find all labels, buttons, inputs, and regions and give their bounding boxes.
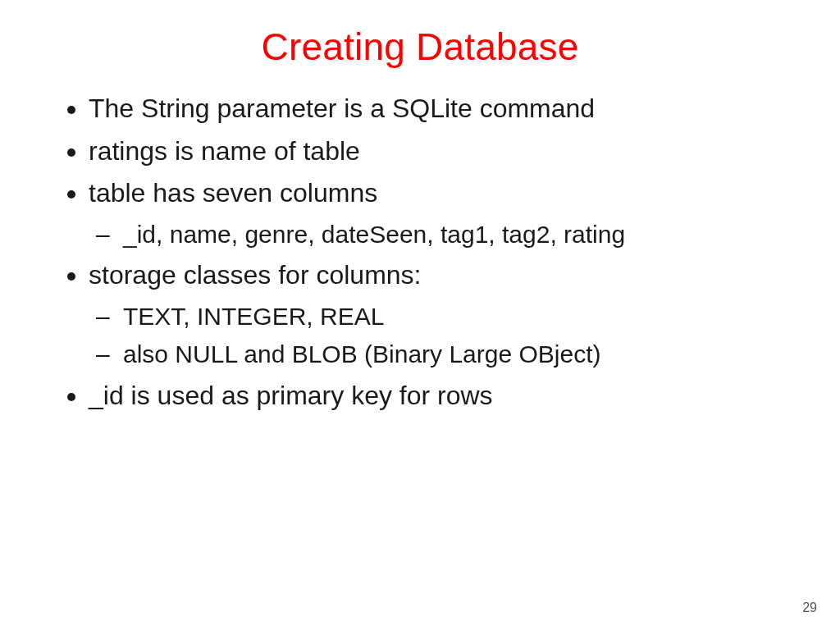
sub-bullet-list: TEXT, INTEGER, REAL also NULL and BLOB (…	[89, 298, 783, 374]
sub-bullet-item: also NULL and BLOB (Binary Large OBject)	[123, 336, 783, 374]
page-number: 29	[802, 600, 817, 615]
bullet-text: table has seven columns	[89, 178, 377, 208]
sub-bullet-item: TEXT, INTEGER, REAL	[123, 298, 783, 336]
bullet-list: The String parameter is a SQLite command…	[57, 89, 783, 416]
bullet-item: _id is used as primary key for rows	[89, 376, 783, 417]
bullet-item: storage classes for columns: TEXT, INTEG…	[89, 255, 783, 374]
slide: Creating Database The String parameter i…	[0, 0, 840, 630]
bullet-item: ratings is name of table	[89, 131, 783, 172]
slide-title: Creating Database	[57, 25, 783, 69]
sub-bullet-item: _id, name, genre, dateSeen, tag1, tag2, …	[123, 216, 783, 254]
bullet-item: table has seven columns _id, name, genre…	[89, 173, 783, 253]
bullet-text: storage classes for columns:	[89, 260, 422, 290]
bullet-item: The String parameter is a SQLite command	[89, 89, 783, 130]
sub-bullet-list: _id, name, genre, dateSeen, tag1, tag2, …	[89, 216, 783, 254]
